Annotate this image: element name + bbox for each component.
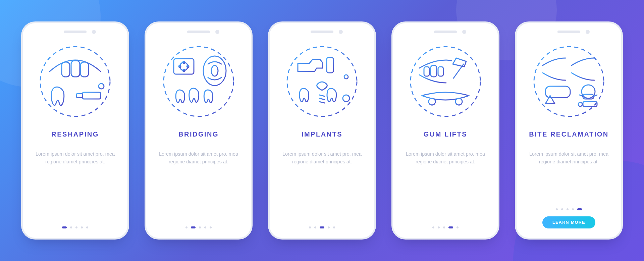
page-dot-1[interactable] — [438, 226, 440, 228]
page-dot-3[interactable] — [81, 226, 83, 228]
screen-title: BRIDGING — [178, 130, 219, 138]
svg-rect-36 — [424, 67, 429, 76]
svg-point-35 — [411, 47, 480, 116]
svg-point-21 — [211, 65, 218, 76]
page-dot-4[interactable] — [333, 226, 335, 228]
learn-more-button[interactable]: LEARN MORE — [542, 216, 595, 228]
svg-rect-2 — [71, 61, 80, 77]
page-dot-4-active[interactable] — [577, 208, 582, 210]
page-indicator[interactable] — [185, 218, 212, 228]
onboarding-screen-2: IMPLANTSLorem ipsum dolor sit amet pro, … — [268, 21, 376, 240]
implants-icon — [282, 42, 362, 121]
screen-description: Lorem ipsum dolor sit amet pro, mea regi… — [157, 150, 240, 166]
screen-title: RESHAPING — [51, 130, 99, 138]
onboarding-screen-4: BITE RECLAMATIONLorem ipsum dolor sit am… — [515, 21, 623, 240]
svg-rect-1 — [62, 62, 70, 77]
svg-rect-37 — [431, 65, 437, 77]
page-dot-3[interactable] — [572, 208, 574, 210]
gum-lifts-icon — [406, 42, 485, 121]
onboarding-screen-1: BRIDGINGLorem ipsum dolor sit amet pro, … — [145, 21, 253, 240]
page-dot-0[interactable] — [556, 208, 558, 210]
svg-rect-26 — [327, 57, 333, 73]
page-indicator[interactable] — [556, 205, 582, 210]
svg-point-32 — [343, 95, 350, 102]
svg-point-41 — [455, 98, 462, 105]
svg-rect-8 — [83, 92, 101, 99]
page-dot-4[interactable] — [457, 226, 459, 228]
onboarding-screen-3: GUM LIFTSLorem ipsum dolor sit amet pro,… — [391, 21, 499, 240]
svg-point-0 — [40, 47, 110, 116]
screen-description: Lorem ipsum dolor sit amet pro, mea regi… — [280, 150, 364, 166]
svg-line-39 — [453, 64, 464, 78]
onboarding-screen-0: RESHAPINGLorem ipsum dolor sit amet pro,… — [21, 21, 129, 240]
svg-point-10 — [99, 84, 104, 89]
page-dot-2[interactable] — [199, 226, 201, 228]
page-indicator[interactable] — [62, 218, 88, 228]
page-dot-0[interactable] — [309, 226, 311, 228]
page-dot-4[interactable] — [86, 226, 88, 228]
page-dot-2[interactable] — [443, 226, 445, 228]
svg-point-20 — [203, 56, 226, 86]
page-dot-1[interactable] — [561, 208, 563, 210]
page-dot-3-active[interactable] — [448, 226, 453, 228]
page-dot-1[interactable] — [70, 226, 72, 228]
page-dot-2-active[interactable] — [320, 226, 324, 228]
page-indicator[interactable] — [309, 218, 335, 228]
page-dot-1-active[interactable] — [191, 226, 196, 228]
page-dot-3[interactable] — [328, 226, 330, 228]
onboarding-stage: RESHAPINGLorem ipsum dolor sit amet pro,… — [0, 0, 644, 261]
svg-point-52 — [582, 85, 595, 98]
reshaping-icon — [36, 42, 115, 121]
page-dot-0-active[interactable] — [62, 226, 67, 228]
screen-description: Lorem ipsum dolor sit amet pro, mea regi… — [404, 150, 487, 166]
page-dot-1[interactable] — [314, 226, 316, 228]
bridging-icon — [159, 42, 238, 121]
screen-title: GUM LIFTS — [424, 130, 467, 138]
page-indicator[interactable] — [432, 218, 459, 228]
svg-rect-9 — [76, 94, 83, 98]
svg-point-40 — [429, 98, 435, 105]
page-dot-2[interactable] — [567, 208, 569, 210]
bite-reclamation-icon — [529, 42, 608, 121]
page-dot-4[interactable] — [210, 226, 212, 228]
screen-description: Lorem ipsum dolor sit amet pro, mea regi… — [33, 150, 117, 166]
screen-title: BITE RECLAMATION — [529, 130, 608, 138]
svg-rect-3 — [80, 62, 89, 77]
page-dot-2[interactable] — [75, 226, 77, 228]
screen-title: IMPLANTS — [302, 130, 342, 138]
page-dot-3[interactable] — [204, 226, 206, 228]
svg-rect-38 — [438, 67, 443, 76]
screen-description: Lorem ipsum dolor sit amet pro, mea regi… — [527, 150, 611, 166]
svg-point-57 — [578, 102, 582, 106]
page-dot-0[interactable] — [432, 226, 434, 228]
page-dot-0[interactable] — [185, 226, 187, 228]
